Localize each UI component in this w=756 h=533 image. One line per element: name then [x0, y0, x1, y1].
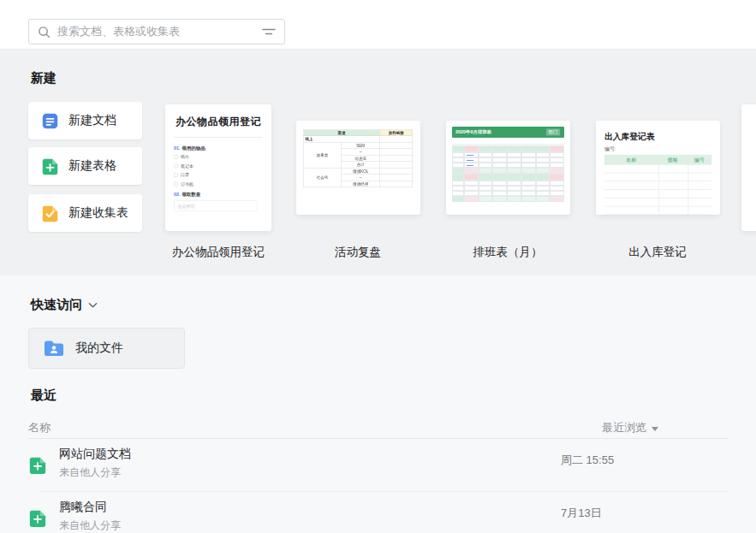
radio-option: 订书机 — [174, 181, 263, 187]
new-doc-label: 新建文档 — [68, 113, 116, 128]
schedule-title-bar: 2020年9月排班表 部门 — [452, 127, 564, 138]
file-title: 网站问题文档 — [59, 447, 131, 462]
radio-icon — [174, 173, 178, 177]
template-card-partial[interactable] — [741, 104, 756, 231]
top-bar: 搜索文档、表格或收集表 — [0, 0, 756, 50]
folder-icon — [43, 339, 65, 358]
recent-heading: 最近 — [31, 388, 57, 404]
radio-icon — [174, 164, 178, 169]
template-review-table: 渠道资料链接 线上 效果类SEM -- 信息流 合计 社会化微博KOL -- 微… — [303, 129, 414, 187]
column-name: 名称 — [28, 420, 51, 435]
template-caption: 办公物品领用登记 — [146, 245, 291, 260]
schedule-grid — [452, 145, 564, 202]
template-office-body: 01.领用的物品 纸巾 笔记本 口罩 订书机 02.领取数量 — [174, 145, 263, 211]
my-files-card[interactable]: 我的文件 — [28, 328, 185, 369]
radio-option: 笔记本 — [174, 163, 263, 169]
radio-icon — [174, 155, 178, 159]
new-section: 新建 新建文档 新建表格 新建收集表 办公物品领用登记 01.领用的物品 纸巾 — [0, 50, 756, 275]
sheet-file-icon — [28, 456, 47, 478]
template-office-input — [174, 200, 258, 211]
app-window: 搜索文档、表格或收集表 新建 新建文档 新建表格 新建收集表 — [0, 0, 756, 533]
quick-access-heading: 快速访问 — [31, 297, 82, 313]
sort-by-recent-control[interactable]: 最近浏览 — [602, 420, 658, 435]
caret-down-icon — [652, 427, 658, 431]
sheet-icon — [41, 157, 59, 175]
doc-icon — [41, 112, 59, 130]
file-subtitle: 来自他人分享 — [59, 465, 121, 480]
search-icon — [38, 26, 51, 38]
template-card-activity-review[interactable]: 渠道资料链接 线上 效果类SEM -- 信息流 合计 社会化微博KOL -- 微… — [296, 121, 420, 215]
template-inventory-body: 出入库登记表 编号: 名称 规格 编号 — [604, 131, 711, 215]
quick-access-header: 快速访问 — [31, 297, 98, 313]
new-section-heading: 新建 — [31, 70, 57, 86]
file-title: 腾曦合同 — [59, 500, 107, 515]
recent-row[interactable]: 腾曦合同 来自他人分享 7月13日 — [0, 492, 756, 533]
new-doc-button[interactable]: 新建文档 — [28, 102, 142, 139]
my-files-label: 我的文件 — [75, 341, 123, 356]
template-card-schedule[interactable]: 2020年9月排班表 部门 — [446, 121, 570, 215]
form-check-icon — [41, 204, 59, 222]
radio-option: 口罩 — [174, 172, 263, 178]
template-card-inventory[interactable]: 出入库登记表 编号: 名称 规格 编号 — [596, 121, 720, 215]
lower-section: 快速访问 我的文件 最近 名称 最近浏览 网站问题文档 来自他人分享 — [0, 275, 756, 533]
template-caption: 排班表（月） — [435, 245, 580, 260]
new-form-button[interactable]: 新建收集表 — [28, 194, 142, 232]
template-caption: 活动复盘 — [285, 245, 431, 260]
search-input[interactable]: 搜索文档、表格或收集表 — [28, 19, 285, 44]
new-form-label: 新建收集表 — [68, 205, 128, 221]
search-placeholder: 搜索文档、表格或收集表 — [57, 24, 262, 39]
new-sheet-button[interactable]: 新建表格 — [28, 147, 142, 185]
file-subtitle: 来自他人分享 — [59, 518, 121, 533]
radio-icon — [174, 182, 178, 187]
new-sheet-label: 新建表格 — [68, 158, 116, 174]
file-time: 周二 15:55 — [561, 453, 614, 468]
template-card-office-supplies[interactable]: 办公物品领用登记 01.领用的物品 纸巾 笔记本 口罩 订书机 02.领取数量 — [165, 104, 271, 231]
radio-option: 纸巾 — [174, 154, 263, 160]
template-caption: 出入库登记 — [585, 245, 730, 260]
sheet-file-icon — [28, 509, 47, 531]
recent-list-header: 名称 最近浏览 — [28, 418, 728, 439]
filter-icon[interactable] — [262, 26, 276, 38]
template-office-title: 办公物品领用登记 — [174, 115, 263, 138]
chevron-down-icon[interactable] — [88, 302, 98, 309]
recent-row[interactable]: 网站问题文档 来自他人分享 周二 15:55 — [0, 439, 756, 492]
file-time: 7月13日 — [561, 506, 602, 521]
